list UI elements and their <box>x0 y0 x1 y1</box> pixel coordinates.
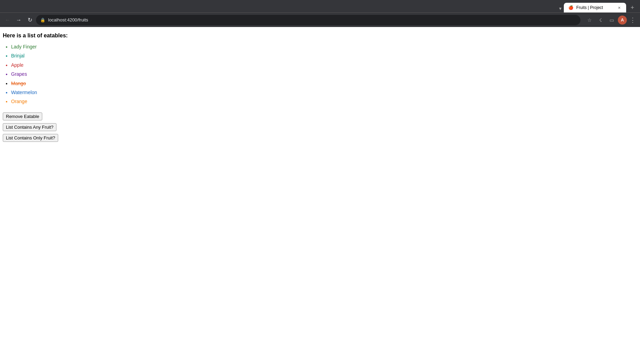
bookmark-this-button[interactable]: ☆ <box>585 15 594 25</box>
address-bar[interactable]: 🔒 localhost:4200/fruits <box>36 15 580 25</box>
list-item-text: Orange <box>11 99 27 104</box>
forward-button[interactable]: → <box>14 15 24 25</box>
list-item: Brinjal <box>11 52 637 60</box>
page-content: Here is a list of eatables: Lady Finger … <box>0 27 640 364</box>
list-item: Orange <box>11 98 637 105</box>
active-tab[interactable]: 🍎 Fruits | Project ✕ <box>564 3 626 12</box>
page-heading: Here is a list of eatables: <box>3 33 637 39</box>
list-item-text: Watermelon <box>11 90 37 95</box>
list-contains-only-fruit-button[interactable]: List Contains Only Fruit? <box>3 134 58 142</box>
profile-button[interactable]: A <box>618 16 627 25</box>
list-item: Watermelon <box>11 89 637 96</box>
list-contains-any-fruit-button[interactable]: List Contains Any Fruit? <box>3 123 56 131</box>
tab-list-button[interactable]: ▼ <box>557 5 564 12</box>
eatables-list: Lady Finger Brinjal Apple Grapes Mango W… <box>3 43 637 106</box>
tab-favicon: 🍎 <box>568 5 574 10</box>
list-item-text: Grapes <box>11 71 27 77</box>
list-item-text: Brinjal <box>11 53 25 58</box>
tab-title: Fruits | Project <box>576 5 614 10</box>
toolbar: ← → ↻ 🔒 localhost:4200/fruits ☆ ☇ ▭ A ⋮ <box>0 12 640 27</box>
reload-button[interactable]: ↻ <box>25 15 35 25</box>
url-display: localhost:4200/fruits <box>48 17 576 22</box>
browser-window: ▼ 🍎 Fruits | Project ✕ + ← → ↻ 🔒 localho… <box>0 0 640 364</box>
security-icon: 🔒 <box>40 18 45 22</box>
list-item-text: Apple <box>11 62 24 68</box>
list-item-text: Mango <box>11 81 26 86</box>
menu-button[interactable]: ⋮ <box>628 15 637 25</box>
tab-close-button[interactable]: ✕ <box>616 5 622 10</box>
tab-bar: ▼ 🍎 Fruits | Project ✕ + <box>0 0 640 12</box>
back-button[interactable]: ← <box>3 15 12 25</box>
list-item: Lady Finger <box>11 43 637 51</box>
list-item: Mango <box>11 80 637 87</box>
remove-eatable-button[interactable]: Remove Eatable <box>3 112 42 120</box>
extensions-button[interactable]: ☇ <box>596 15 605 25</box>
list-item-text: Lady Finger <box>11 44 37 49</box>
side-panel-button[interactable]: ▭ <box>607 15 616 25</box>
list-item: Apple <box>11 61 637 69</box>
button-group: Remove Eatable List Contains Any Fruit? … <box>3 112 637 142</box>
new-tab-button[interactable]: + <box>628 3 637 12</box>
list-item: Grapes <box>11 70 637 78</box>
toolbar-actions: ☆ ☇ ▭ A ⋮ <box>585 15 637 25</box>
